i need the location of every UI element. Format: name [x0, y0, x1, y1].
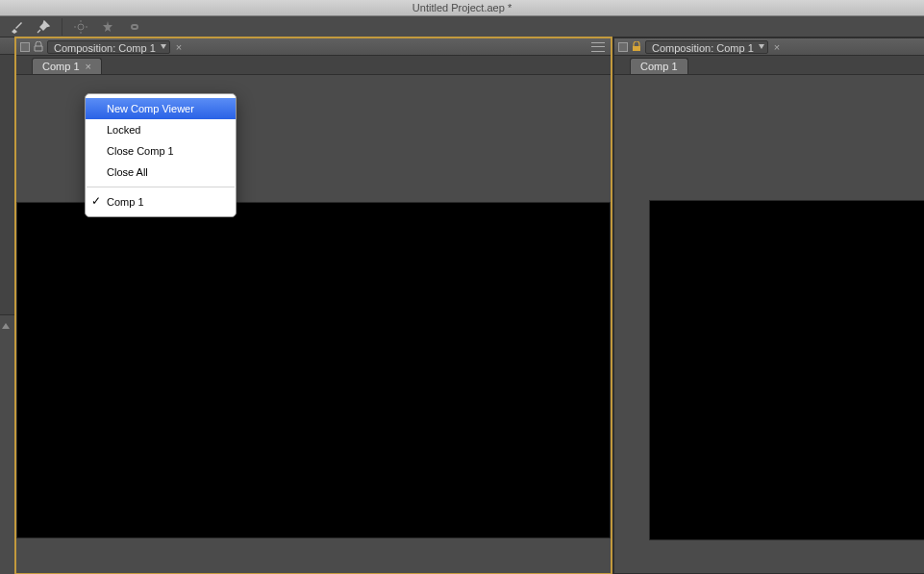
scroll-up-icon[interactable] [1, 321, 11, 331]
panel-title-text: Composition: Comp 1 [652, 42, 754, 54]
panel-tabstrip: Comp 1 [614, 56, 924, 75]
left-dock-tabstrip [0, 55, 14, 315]
menu-item-close-all[interactable]: Close All [86, 162, 236, 183]
tab-comp[interactable]: Comp 1 × [32, 58, 102, 74]
composition-panel-right: Composition: Comp 1 × Comp 1 [613, 37, 924, 574]
panel-header: Composition: Comp 1 × [614, 38, 924, 56]
menu-item-label: Close All [107, 166, 148, 178]
panel-tabstrip: Comp 1 × [16, 56, 611, 75]
lock-icon[interactable] [632, 41, 641, 52]
left-dock-body [0, 315, 14, 575]
comp-canvas [16, 202, 611, 538]
chevron-down-icon [759, 44, 764, 49]
sun-icon[interactable] [70, 18, 91, 36]
menu-item-label: Locked [107, 124, 140, 136]
toolbar-separator [62, 18, 62, 36]
tab-label: Comp 1 [42, 61, 80, 72]
menu-item-label: New Comp Viewer [107, 103, 194, 114]
pin-icon[interactable] [33, 18, 54, 36]
panel-type-icon [618, 42, 628, 52]
window-titlebar: Untitled Project.aep * [0, 0, 924, 16]
star-icon[interactable] [97, 18, 118, 36]
app-toolbar [0, 16, 924, 37]
menu-item-label: Close Comp 1 [107, 145, 174, 157]
comp-viewport[interactable] [614, 75, 924, 573]
panel-title-text: Composition: Comp 1 [54, 42, 156, 54]
panel-title-dropdown[interactable]: Composition: Comp 1 [645, 40, 768, 54]
viewer-dropdown-menu: New Comp Viewer Locked Close Comp 1 Clos… [85, 93, 237, 217]
menu-item-label: Comp 1 [107, 196, 144, 208]
menu-item-locked[interactable]: Locked [86, 119, 236, 140]
close-icon[interactable]: × [176, 41, 182, 53]
lock-icon[interactable] [34, 41, 43, 52]
svg-point-0 [78, 24, 84, 30]
panel-menu-icon[interactable] [591, 42, 605, 52]
tab-close-icon[interactable]: × [86, 61, 91, 72]
left-dock [0, 37, 15, 574]
menu-item-new-comp-viewer[interactable]: New Comp Viewer [86, 98, 236, 119]
menu-divider [87, 187, 235, 187]
comp-canvas [649, 200, 924, 540]
left-dock-head [0, 37, 14, 55]
window-title: Untitled Project.aep * [412, 2, 512, 13]
panel-menu-icon[interactable] [0, 42, 12, 50]
chevron-down-icon [161, 44, 166, 49]
tab-comp[interactable]: Comp 1 [630, 58, 688, 74]
panel-header: Composition: Comp 1 × [16, 38, 611, 56]
menu-item-comp-checked[interactable]: Comp 1 [86, 191, 236, 212]
panel-type-icon [20, 42, 30, 52]
workspace: Composition: Comp 1 × Comp 1 × Comp [0, 37, 924, 574]
panel-title-dropdown[interactable]: Composition: Comp 1 [47, 40, 170, 54]
link-icon[interactable] [124, 18, 145, 36]
close-icon[interactable]: × [774, 41, 780, 53]
menu-item-close-comp[interactable]: Close Comp 1 [86, 140, 236, 162]
brush-icon[interactable] [6, 18, 27, 36]
svg-rect-5 [633, 46, 640, 51]
tab-label: Comp 1 [640, 61, 678, 72]
